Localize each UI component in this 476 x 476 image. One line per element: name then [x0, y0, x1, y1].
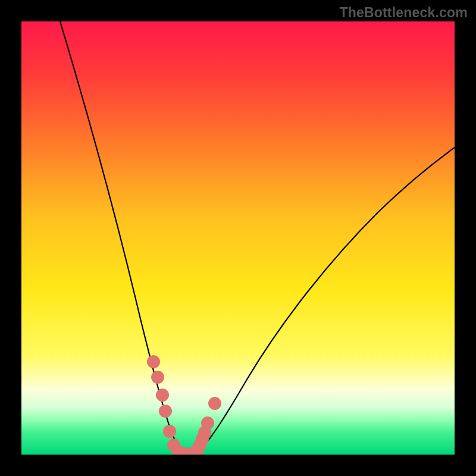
plot-area — [21, 21, 455, 455]
svg-point-1 — [151, 371, 164, 384]
svg-point-0 — [147, 355, 160, 368]
chart-container: TheBottleneck.com — [0, 0, 476, 476]
gradient-background — [21, 21, 455, 455]
chart-svg — [21, 21, 455, 455]
svg-point-4 — [163, 425, 176, 438]
svg-point-2 — [156, 389, 169, 402]
watermark-text: TheBottleneck.com — [339, 5, 468, 21]
svg-point-3 — [159, 405, 172, 418]
svg-point-14 — [201, 416, 214, 430]
svg-point-15 — [208, 397, 221, 410]
